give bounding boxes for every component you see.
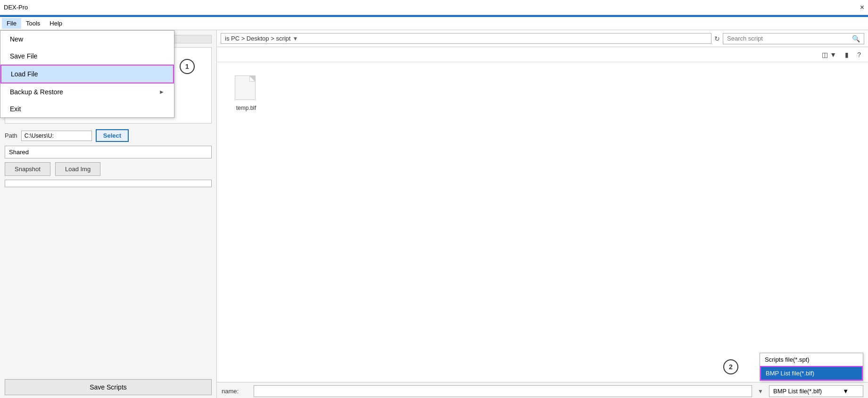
- save-scripts-button[interactable]: Save Scripts: [5, 379, 212, 395]
- path-input[interactable]: [21, 131, 92, 141]
- filename-input[interactable]: [254, 385, 752, 397]
- filetype-chevron-icon: ▼: [843, 388, 849, 395]
- menu-bar: File Tools Help 1 New Save File Load Fil…: [0, 17, 868, 30]
- filetype-container: BMP List file(*.blf) ▼ Scripts file(*.sp…: [769, 385, 863, 397]
- search-input[interactable]: [727, 35, 850, 42]
- address-path-box[interactable]: is PC > Desktop > script ▼: [221, 33, 711, 44]
- menu-item-backup-restore[interactable]: Backup & Restore ►: [0, 83, 174, 100]
- filetype-option-blf[interactable]: BMP List file(*.blf): [760, 366, 863, 381]
- title-bar-left: DEX-Pro: [4, 4, 28, 11]
- progress-bar: [5, 180, 212, 187]
- snapshot-button[interactable]: Snapshot: [5, 162, 50, 176]
- menu-tools[interactable]: Tools: [21, 18, 45, 29]
- path-row: Path Select: [5, 129, 212, 142]
- menu-file[interactable]: File: [2, 18, 21, 29]
- menu-help[interactable]: Help: [45, 18, 67, 29]
- filetype-option-blf-label: BMP List file(*.blf): [766, 370, 814, 377]
- pane-toggle-button[interactable]: ▮: [842, 50, 852, 60]
- filename-chevron-icon: ▼: [756, 388, 765, 395]
- file-icon-body: [235, 75, 256, 100]
- view-toggle-button[interactable]: ◫ ▼: [818, 50, 840, 60]
- load-img-button[interactable]: Load Img: [55, 162, 100, 176]
- shared-input[interactable]: [5, 146, 212, 158]
- filetype-dropdown: Scripts file(*.spt) BMP List file(*.blf): [760, 353, 863, 381]
- filetype-selected-label: BMP List file(*.blf): [773, 388, 822, 395]
- path-label: Path: [5, 132, 17, 139]
- annotation-badge-1: 1: [180, 59, 195, 74]
- menu-item-new[interactable]: New: [0, 31, 174, 48]
- search-box: 🔍: [723, 33, 864, 44]
- select-button[interactable]: Select: [96, 129, 129, 142]
- close-icon[interactable]: ×: [860, 3, 864, 12]
- toolbar-icons-row: ◫ ▼ ▮ ?: [217, 47, 868, 62]
- filetype-option-spt-label: Scripts file(*.spt): [765, 356, 810, 363]
- file-icon-fold: [249, 76, 255, 82]
- app-title: DEX-Pro: [4, 4, 28, 11]
- address-bar: is PC > Desktop > script ▼ ↻ 🔍: [217, 30, 868, 47]
- filetype-select[interactable]: BMP List file(*.blf) ▼: [769, 385, 863, 397]
- breadcrumb: is PC > Desktop > script: [225, 35, 290, 42]
- menu-item-save-file[interactable]: Save File: [0, 48, 174, 65]
- menu-item-load-file[interactable]: Load File: [0, 65, 174, 83]
- filename-static-label: name:: [222, 388, 250, 395]
- annotation-badge-2: 2: [723, 359, 738, 374]
- file-dropdown-menu: 1 New Save File Load File Backup & Resto…: [0, 30, 174, 118]
- refresh-icon[interactable]: ↻: [714, 35, 720, 42]
- title-bar: DEX-Pro ×: [0, 0, 868, 15]
- file-icon-graphic: [235, 75, 257, 102]
- filetype-option-spt[interactable]: Scripts file(*.spt): [760, 353, 863, 366]
- file-area: temp.blf: [217, 62, 868, 382]
- submenu-arrow-icon: ►: [159, 89, 165, 95]
- help-button[interactable]: ?: [854, 50, 864, 60]
- address-chevron-icon: ▼: [292, 35, 298, 42]
- bottom-bar: name: ▼ BMP List file(*.blf) ▼ Scripts f…: [217, 382, 868, 398]
- file-item-temp-blf[interactable]: temp.blf: [231, 72, 261, 115]
- search-icon[interactable]: 🔍: [852, 35, 860, 42]
- menu-item-exit[interactable]: Exit: [0, 100, 174, 117]
- snapshot-loadimg-row: Snapshot Load Img: [5, 162, 212, 176]
- right-panel: is PC > Desktop > script ▼ ↻ 🔍 ◫ ▼ ▮ ?: [217, 30, 868, 398]
- file-name-label: temp.blf: [236, 105, 256, 111]
